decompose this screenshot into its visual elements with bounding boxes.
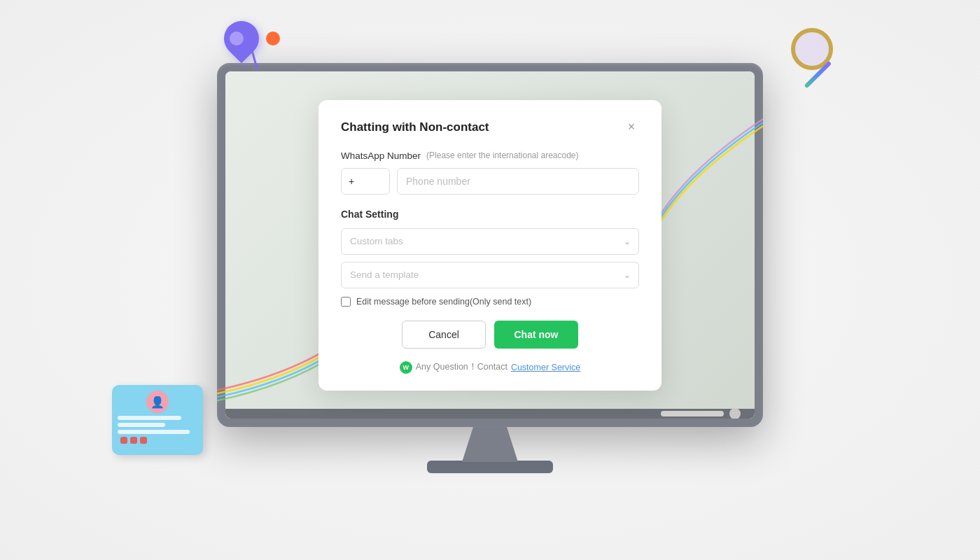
card-line — [118, 416, 181, 420]
monitor-bottom-strip — [225, 409, 755, 419]
magnifier-handle-icon — [804, 61, 832, 89]
card-dot — [140, 437, 147, 444]
card-line — [118, 423, 165, 427]
edit-message-label: Edit message before sending(Only send te… — [356, 297, 531, 307]
decorative-magnifier — [791, 28, 833, 70]
monitor-bezel: Chatting with Non-contact × WhatsApp Num… — [217, 63, 763, 427]
card-dot — [130, 437, 137, 444]
dialog-button-row: Cancel Chat now — [341, 321, 639, 349]
monitor-button-bar — [661, 411, 724, 416]
chat-setting-label: Chat Setting — [341, 209, 639, 220]
chat-dialog: Chatting with Non-contact × WhatsApp Num… — [318, 100, 662, 391]
whatsapp-hint-text: (Please enter the international areacode… — [426, 150, 578, 160]
monitor-base — [427, 461, 553, 473]
decorative-pin — [224, 21, 266, 77]
cancel-button[interactable]: Cancel — [402, 321, 486, 349]
whatsapp-section-label: WhatsApp Number (Please enter the intern… — [341, 150, 639, 161]
card-dots — [118, 437, 197, 444]
custom-tabs-select[interactable]: Custom tabs — [341, 228, 639, 255]
magnifier-circle-icon — [791, 28, 833, 70]
card-line — [118, 430, 190, 434]
dialog-footer: W Any Question！Contact Customer Service — [341, 361, 639, 374]
monitor-screen: Chatting with Non-contact × WhatsApp Num… — [225, 71, 755, 419]
decorative-id-card: 👤 — [112, 385, 203, 455]
edit-message-checkbox[interactable] — [341, 297, 351, 307]
customer-service-link[interactable]: Customer Service — [511, 363, 580, 372]
pin-tail-icon — [251, 49, 258, 70]
tabs-select-wrapper: Custom tabs ⌄ — [341, 228, 639, 255]
whatsapp-label-text: WhatsApp Number — [341, 150, 421, 161]
card-lines — [118, 416, 197, 434]
card-dot — [120, 437, 127, 444]
pin-head-icon — [217, 14, 267, 64]
phone-number-input[interactable] — [397, 168, 639, 195]
footer-text: Any Question！Contact — [416, 361, 507, 373]
template-select[interactable]: Send a template — [341, 262, 639, 288]
whatsapp-footer-icon: W — [400, 361, 412, 374]
close-button[interactable]: × — [624, 120, 639, 135]
decorative-orange-dot — [266, 31, 280, 46]
phone-input-row — [341, 168, 639, 195]
phone-prefix-input[interactable] — [341, 168, 390, 195]
chat-now-button[interactable]: Chat now — [494, 321, 578, 349]
monitor-power-button[interactable] — [729, 408, 741, 419]
dialog-header: Chatting with Non-contact × — [341, 120, 639, 135]
edit-message-checkbox-row: Edit message before sending(Only send te… — [341, 297, 639, 307]
dialog-title: Chatting with Non-contact — [341, 120, 489, 134]
card-avatar-icon: 👤 — [146, 391, 169, 413]
monitor-stand — [462, 427, 518, 462]
monitor: 👤 — [217, 63, 763, 497]
template-select-wrapper: Send a template ⌄ — [341, 262, 639, 288]
